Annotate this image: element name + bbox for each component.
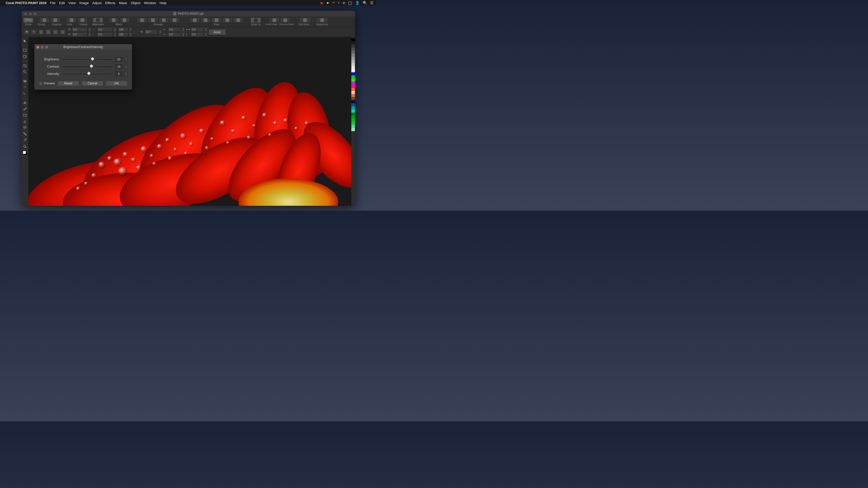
color-swatch[interactable] (351, 57, 355, 60)
battery-icon[interactable]: ⚡︎ (338, 1, 340, 5)
snapto-dropdown[interactable] (251, 18, 261, 23)
color-swatch[interactable] (351, 119, 355, 122)
zoom-level-dropdown[interactable]: 98% ▾ (23, 18, 33, 23)
color-swatch[interactable] (351, 41, 355, 44)
eyedropper-tool[interactable] (23, 137, 28, 142)
color-swatch[interactable] (351, 91, 355, 94)
airplay-icon[interactable]: ⎚ (343, 1, 345, 5)
brightness-spinner[interactable] (125, 57, 127, 62)
menu-edit[interactable]: Edit (59, 1, 65, 5)
zoom-tool[interactable] (23, 69, 28, 74)
fill-tool[interactable] (23, 143, 28, 149)
color-swatch[interactable] (351, 116, 355, 119)
trend-icon[interactable]: ◉ (320, 1, 323, 5)
preview-checkbox[interactable]: Preview (39, 82, 55, 85)
intensity-value[interactable]: 6 (115, 71, 123, 76)
color-swatch[interactable] (351, 78, 355, 82)
lock-ratio-toggle[interactable] (133, 30, 138, 34)
color-swatch[interactable] (351, 63, 355, 66)
wifi-icon[interactable]: ⌔ (333, 1, 335, 5)
tool-icon-3[interactable] (38, 29, 44, 35)
menu-help[interactable]: Help (160, 1, 167, 5)
menu-file[interactable]: File (50, 1, 56, 5)
view-2-button[interactable] (200, 18, 211, 23)
arrange-3-button[interactable] (159, 18, 169, 23)
view-3-button[interactable] (211, 18, 222, 23)
ungroup-button[interactable] (50, 18, 60, 23)
color-swatch[interactable] (351, 106, 355, 109)
alignment-dropdown[interactable] (93, 18, 103, 23)
color-swatch[interactable] (351, 51, 355, 54)
menu-effects[interactable]: Effects (105, 1, 116, 5)
contrast-value[interactable]: 16 (115, 64, 123, 69)
siri-icon[interactable]: ◯ (348, 1, 352, 5)
brightness-value[interactable]: 20 (115, 57, 123, 62)
apply-button[interactable]: Apply (209, 29, 226, 35)
invert-mask-button[interactable] (269, 18, 280, 23)
center-x-input[interactable] (168, 27, 181, 32)
tool-icon-6[interactable] (60, 29, 66, 35)
brush-tool[interactable] (23, 106, 28, 111)
rotation-input[interactable] (145, 30, 158, 34)
zoom-window-button[interactable] (34, 12, 36, 15)
clone-tool[interactable] (23, 85, 28, 90)
unlock-button[interactable] (77, 18, 88, 23)
rotate-tool-icon[interactable]: ↻ (31, 29, 37, 35)
color-swatch[interactable] (351, 44, 355, 47)
dialog-zoom-button[interactable] (45, 46, 48, 48)
dialog-minimize-button[interactable] (41, 46, 44, 48)
lock-button[interactable] (66, 18, 77, 23)
tool-icon-5[interactable] (53, 29, 58, 35)
contrast-slider[interactable] (62, 65, 113, 69)
group-button[interactable] (39, 18, 50, 23)
crop-tool[interactable] (23, 63, 28, 68)
color-swatch[interactable] (351, 60, 355, 63)
ok-button[interactable]: OK (106, 81, 127, 86)
color-swatch[interactable] (351, 85, 355, 88)
scale-y-input[interactable] (118, 32, 128, 37)
color-swatch[interactable] (351, 109, 355, 112)
center-y-input[interactable] (168, 32, 181, 37)
rectangle-mask-tool[interactable] (23, 47, 28, 53)
x-spinner[interactable] (88, 27, 91, 32)
menu-window[interactable]: Window (144, 1, 156, 5)
x-position-input[interactable] (72, 27, 87, 32)
brightness-slider[interactable] (62, 57, 113, 61)
width-input[interactable] (97, 27, 113, 32)
height-input[interactable] (97, 32, 113, 37)
intensity-slider[interactable] (62, 72, 113, 76)
user-icon[interactable]: 👤 (355, 1, 360, 5)
menu-adjust[interactable]: Adjust (92, 1, 101, 5)
size-h-input[interactable] (191, 32, 204, 37)
color-swatch[interactable] (351, 125, 355, 128)
color-swatch[interactable] (351, 69, 355, 72)
color-swatch[interactable] (351, 75, 355, 78)
app-name[interactable]: Corel PHOTO-PAINT 2019 (6, 1, 46, 5)
sliders-tool[interactable] (23, 78, 28, 84)
color-swatch[interactable] (351, 97, 355, 100)
y-position-input[interactable] (72, 32, 87, 37)
inspectors-button[interactable] (316, 18, 328, 23)
minimize-window-button[interactable] (29, 12, 32, 15)
color-swatch[interactable] (351, 100, 355, 103)
color-swatch[interactable] (351, 66, 355, 69)
y-spinner[interactable] (88, 32, 91, 37)
color-swatch[interactable] (351, 122, 355, 125)
dropshadow-tool[interactable] (23, 125, 28, 130)
redeye-tool[interactable] (23, 91, 28, 96)
view-5-button[interactable] (233, 18, 243, 23)
rectangle-tool[interactable] (23, 112, 28, 118)
transparency-tool[interactable] (23, 131, 28, 136)
pick-tool[interactable] (23, 38, 28, 43)
text-tool[interactable] (23, 100, 28, 105)
arrange-4-button[interactable] (169, 18, 180, 23)
menu-mask[interactable]: Mask (119, 1, 127, 5)
spotlight-icon[interactable]: 🔍 (363, 1, 367, 5)
color-swap[interactable] (23, 151, 27, 156)
move-tool-icon[interactable]: ✥ (24, 29, 29, 35)
size-w-input[interactable] (191, 27, 204, 32)
mask-transform-tool[interactable] (23, 54, 28, 59)
mirror-v-button[interactable] (119, 18, 130, 23)
get-more-button[interactable] (299, 18, 311, 23)
contrast-spinner[interactable] (125, 64, 127, 69)
